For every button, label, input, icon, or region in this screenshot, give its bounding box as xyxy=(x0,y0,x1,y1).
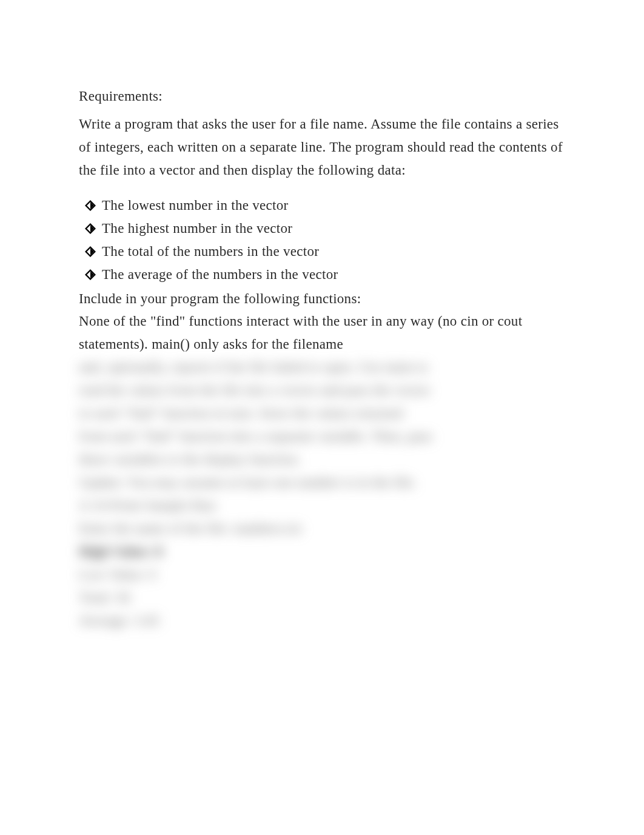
blurred-line: and, optionally, reports if the file fai… xyxy=(79,356,565,379)
list-item-text: The lowest number in the vector xyxy=(102,194,289,217)
list-item-text: The total of the numbers in the vector xyxy=(102,240,319,263)
diamond-icon xyxy=(85,263,102,286)
blurred-line: A 10-Point Sample Run xyxy=(79,494,565,517)
requirements-heading: Requirements: xyxy=(79,85,565,108)
diamond-icon xyxy=(85,217,102,240)
diamond-icon xyxy=(85,240,102,263)
functions-line: Include in your program the following fu… xyxy=(79,287,565,310)
intro-paragraph: Write a program that asks the user for a… xyxy=(79,113,565,182)
blurred-line: Low Value: 0 xyxy=(79,563,565,586)
blurred-preview: and, optionally, reports if the file fai… xyxy=(79,356,565,632)
list-item: The average of the numbers in the vector xyxy=(79,263,565,286)
blurred-line: to each "find" function in turn. Store t… xyxy=(79,402,565,425)
list-item-text: The highest number in the vector xyxy=(102,217,292,240)
blurred-line: these variables to the display function. xyxy=(79,448,565,471)
blurred-line: Enter the name of the file: numbers.txt xyxy=(79,517,565,540)
list-item: The highest number in the vector xyxy=(79,217,565,240)
list-item-text: The average of the numbers in the vector xyxy=(102,263,338,286)
blurred-line: read the values from the file into a vec… xyxy=(79,379,565,402)
list-item: The lowest number in the vector xyxy=(79,194,565,217)
blurred-line: from each "find" function into a separat… xyxy=(79,425,565,448)
document-page: Requirements: Write a program that asks … xyxy=(0,0,644,669)
diamond-icon xyxy=(85,194,102,217)
blurred-line: Average: 3.45 xyxy=(79,609,565,632)
blurred-line: Total: 36 xyxy=(79,586,565,609)
bullet-list: The lowest number in the vector The high… xyxy=(79,194,565,286)
restriction-paragraph: None of the "find" functions interact wi… xyxy=(79,310,565,356)
blurred-strong-line: High Value: 8 xyxy=(79,540,565,563)
list-item: The total of the numbers in the vector xyxy=(79,240,565,263)
blurred-line: Update: You may assume at least one numb… xyxy=(79,471,565,494)
